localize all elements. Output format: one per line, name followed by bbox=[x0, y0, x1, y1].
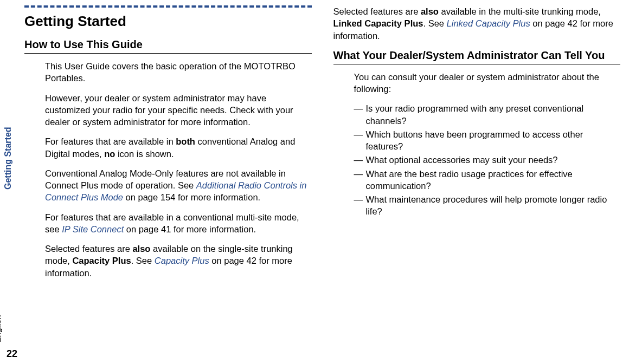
paragraph: Conventional Analog Mode-Only features a… bbox=[45, 167, 312, 204]
language-tab: English bbox=[0, 315, 2, 342]
bold-text: also bbox=[421, 6, 439, 16]
list-item: Is your radio programmed with any preset… bbox=[354, 102, 621, 127]
body-text-block: This User Guide covers the basic operati… bbox=[45, 60, 312, 279]
paragraph: Selected features are also available in … bbox=[333, 5, 621, 42]
text: . See bbox=[423, 18, 446, 28]
list-item: What optional accessories may suit your … bbox=[354, 154, 621, 166]
section-heading-how-to-use: How to Use This Guide bbox=[24, 38, 312, 54]
page-container: Getting Started How to Use This Guide Th… bbox=[0, 0, 642, 364]
cross-reference-link[interactable]: Capacity Plus bbox=[155, 256, 209, 265]
text: on page 154 for more information. bbox=[123, 192, 260, 202]
list-item: Which buttons have been programmed to ac… bbox=[354, 128, 621, 153]
page-number: 22 bbox=[7, 348, 17, 360]
text: available in the multi-site trunking mod… bbox=[439, 6, 601, 16]
list-item: What maintenance procedures will help pr… bbox=[354, 193, 621, 218]
bold-text: also bbox=[132, 244, 150, 253]
cross-reference-link[interactable]: IP Site Connect bbox=[62, 224, 124, 234]
paragraph: However, your dealer or system administr… bbox=[45, 92, 312, 128]
bold-text: no bbox=[104, 149, 115, 159]
text: on page 41 for more information. bbox=[124, 224, 256, 234]
body-text-block: You can consult your dealer or system ad… bbox=[354, 71, 621, 218]
paragraph: For features that are available in a con… bbox=[45, 211, 312, 236]
body-text-block: Selected features are also available in … bbox=[333, 5, 621, 42]
paragraph: Selected features are also available on … bbox=[45, 243, 312, 279]
side-tab-getting-started: Getting Started bbox=[3, 127, 13, 190]
bold-text: Capacity Plus bbox=[72, 256, 131, 265]
text: Selected features are bbox=[45, 244, 132, 253]
bold-text: both bbox=[176, 136, 195, 146]
content-area: Getting Started How to Use This Guide Th… bbox=[24, 5, 620, 359]
section-divider bbox=[24, 5, 312, 8]
list-item: What are the best radio usage practices … bbox=[354, 168, 621, 192]
bold-text: Linked Capacity Plus bbox=[333, 18, 423, 28]
text: For features that are available in bbox=[45, 136, 176, 146]
text: . See bbox=[131, 256, 155, 265]
chapter-title: Getting Started bbox=[24, 13, 312, 30]
dash-list: Is your radio programmed with any preset… bbox=[354, 102, 621, 217]
text: icon is shown. bbox=[115, 149, 174, 159]
paragraph: This User Guide covers the basic operati… bbox=[45, 60, 312, 84]
paragraph: You can consult your dealer or system ad… bbox=[354, 71, 621, 95]
text: Selected features are bbox=[333, 6, 421, 16]
right-column: Selected features are also available in … bbox=[333, 5, 621, 359]
cross-reference-link[interactable]: Linked Capacity Plus bbox=[447, 18, 530, 28]
left-column: Getting Started How to Use This Guide Th… bbox=[24, 5, 312, 359]
section-heading-dealer: What Your Dealer/System Administrator Ca… bbox=[333, 49, 621, 64]
paragraph: For features that are available in both … bbox=[45, 135, 312, 160]
